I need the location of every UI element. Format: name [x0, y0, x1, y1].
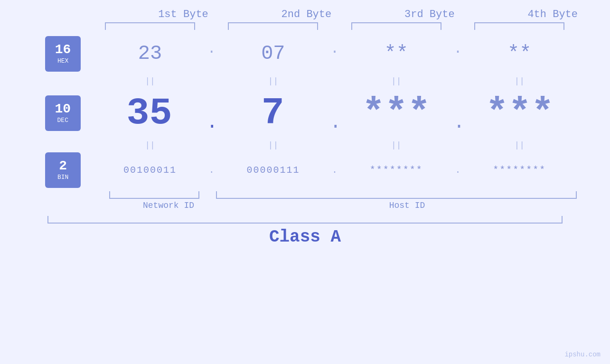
bracket-top-2 — [216, 22, 331, 30]
dec-dot2: . — [330, 112, 339, 133]
dec-byte3: *** — [339, 92, 453, 135]
network-id-label: Network ID — [100, 201, 237, 210]
eq-1: || — [93, 76, 207, 86]
dec-dot3: . — [453, 112, 463, 133]
class-bracket — [47, 216, 563, 224]
eq2-4: || — [462, 140, 577, 150]
hex-dot3: . — [454, 41, 462, 57]
bin-dot2: . — [330, 165, 339, 176]
eq2-1: || — [93, 140, 207, 150]
bracket-top-1 — [93, 22, 207, 30]
eq-4: || — [462, 76, 577, 86]
byte-header-2: 2nd Byte — [249, 9, 364, 20]
bin-byte1: 00100011 — [93, 165, 207, 176]
dec-byte2: 7 — [216, 92, 330, 135]
bin-byte2: 00000111 — [216, 165, 331, 176]
bin-dot3: . — [454, 165, 462, 176]
hex-byte1: 23 — [93, 42, 207, 65]
eq-3: || — [339, 76, 454, 86]
byte-header-3: 3rd Byte — [372, 9, 487, 20]
eq2-2: || — [216, 140, 331, 150]
hex-byte2: 07 — [216, 42, 330, 65]
host-bracket — [216, 191, 577, 199]
bracket-top-4 — [462, 22, 577, 30]
hex-badge: 16 HEX — [45, 36, 81, 72]
bin-badge: 2 BIN — [45, 152, 81, 188]
bin-dot1: . — [207, 165, 216, 176]
byte-header-4: 4th Byte — [495, 9, 610, 20]
dec-badge: 10 DEC — [45, 95, 81, 131]
hex-dot2: . — [330, 41, 339, 57]
dec-byte1: 35 — [93, 92, 206, 135]
bin-byte4: ******** — [462, 165, 577, 176]
dec-byte4: *** — [463, 92, 577, 135]
dec-dot1: . — [206, 112, 216, 133]
hex-byte4: ** — [462, 42, 577, 65]
hex-byte3: ** — [339, 42, 453, 65]
network-bracket — [109, 191, 199, 199]
class-label: Class A — [0, 227, 610, 247]
byte-header-1: 1st Byte — [126, 9, 241, 20]
hex-dot1: . — [207, 41, 216, 57]
host-id-label: Host ID — [237, 201, 577, 210]
bin-byte3: ******** — [339, 165, 454, 176]
eq-2: || — [216, 76, 331, 86]
main-container: 1st Byte 2nd Byte 3rd Byte 4th Byte — [0, 0, 610, 364]
watermark: ipshu.com — [564, 351, 601, 358]
bracket-top-3 — [339, 22, 454, 30]
eq2-3: || — [339, 140, 454, 150]
